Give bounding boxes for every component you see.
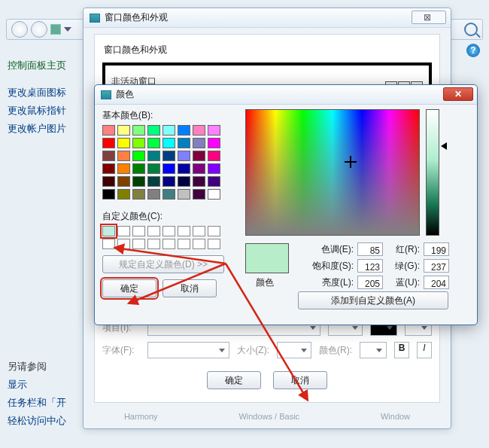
basic-color-swatch[interactable] <box>193 138 205 148</box>
dialog1-cancel-button[interactable]: 取消 <box>273 371 327 389</box>
basic-color-swatch[interactable] <box>117 163 130 174</box>
basic-color-swatch[interactable] <box>178 151 190 161</box>
add-to-custom-button[interactable]: 添加到自定义颜色(A) <box>298 291 448 309</box>
basic-color-swatch[interactable] <box>178 176 190 187</box>
hue-input[interactable]: 85 <box>357 242 383 256</box>
dialog2-titlebar[interactable]: 颜色 <box>95 85 477 105</box>
basic-color-swatch[interactable] <box>147 138 160 148</box>
basic-color-swatch[interactable] <box>147 189 160 200</box>
custom-color-swatch[interactable] <box>102 226 115 236</box>
sidebar-link[interactable]: 更改桌面图标 <box>8 84 83 102</box>
custom-color-swatch[interactable] <box>208 226 220 236</box>
basic-color-swatch[interactable] <box>162 176 175 187</box>
sat-input[interactable]: 123 <box>357 259 383 273</box>
luminance-pointer-icon[interactable] <box>441 142 447 150</box>
define-custom-color-button[interactable]: 规定自定义颜色(D) >> <box>102 255 224 273</box>
red-input[interactable]: 199 <box>424 242 449 256</box>
back-icon[interactable] <box>11 21 28 38</box>
basic-color-swatch[interactable] <box>102 138 115 148</box>
basic-color-swatch[interactable] <box>208 151 220 161</box>
basic-color-swatch[interactable] <box>193 189 205 200</box>
search-icon[interactable] <box>464 23 478 36</box>
basic-color-swatch[interactable] <box>208 176 220 187</box>
custom-colors-grid[interactable] <box>102 226 238 249</box>
basic-color-swatch[interactable] <box>193 151 205 161</box>
custom-color-swatch[interactable] <box>193 239 205 249</box>
theme-name[interactable]: Window <box>381 412 410 421</box>
basic-color-swatch[interactable] <box>147 163 160 174</box>
cp-home-link[interactable]: 控制面板主页 <box>8 56 83 75</box>
font-dropdown[interactable] <box>147 342 229 358</box>
sidebar-link[interactable]: 显示 <box>8 376 83 394</box>
custom-color-swatch[interactable] <box>102 239 115 249</box>
basic-color-swatch[interactable] <box>117 189 130 200</box>
custom-color-swatch[interactable] <box>193 226 205 236</box>
custom-color-swatch[interactable] <box>178 239 190 249</box>
sidebar-link[interactable]: 更改鼠标指针 <box>8 102 83 120</box>
basic-color-swatch[interactable] <box>162 138 175 148</box>
basic-color-swatch[interactable] <box>208 189 220 200</box>
basic-color-swatch[interactable] <box>178 125 190 136</box>
font-color-dropdown[interactable] <box>360 342 387 358</box>
basic-color-swatch[interactable] <box>208 138 220 148</box>
basic-color-swatch[interactable] <box>162 125 175 136</box>
custom-color-swatch[interactable] <box>162 226 175 236</box>
custom-color-swatch[interactable] <box>178 226 190 236</box>
basic-color-swatch[interactable] <box>193 163 205 174</box>
window-control-box[interactable]: ⊠ <box>412 11 446 24</box>
custom-color-swatch[interactable] <box>162 239 175 249</box>
basic-color-swatch[interactable] <box>193 125 205 136</box>
custom-color-swatch[interactable] <box>117 239 130 249</box>
basic-color-swatch[interactable] <box>102 125 115 136</box>
basic-color-swatch[interactable] <box>162 189 175 200</box>
custom-color-swatch[interactable] <box>132 226 145 236</box>
basic-color-swatch[interactable] <box>132 163 145 174</box>
basic-color-swatch[interactable] <box>132 151 145 161</box>
basic-color-swatch[interactable] <box>117 125 130 136</box>
basic-color-swatch[interactable] <box>102 151 115 161</box>
color-cancel-button[interactable]: 取消 <box>162 279 217 297</box>
basic-color-swatch[interactable] <box>132 176 145 187</box>
basic-color-swatch[interactable] <box>162 163 175 174</box>
basic-color-swatch[interactable] <box>208 163 220 174</box>
basic-color-swatch[interactable] <box>102 189 115 200</box>
custom-color-swatch[interactable] <box>147 226 160 236</box>
custom-color-swatch[interactable] <box>208 239 220 249</box>
theme-name[interactable]: Harmony <box>124 412 158 421</box>
basic-color-swatch[interactable] <box>147 125 160 136</box>
basic-color-swatch[interactable] <box>208 125 220 136</box>
italic-button[interactable]: I <box>417 342 432 358</box>
chevron-down-icon[interactable] <box>64 27 71 32</box>
close-button[interactable]: ✕ <box>443 87 473 101</box>
basic-color-swatch[interactable] <box>117 138 130 148</box>
basic-color-swatch[interactable] <box>117 151 130 161</box>
sidebar-link[interactable]: 更改帐户图片 <box>8 120 83 138</box>
basic-color-swatch[interactable] <box>102 163 115 174</box>
basic-color-swatch[interactable] <box>132 189 145 200</box>
basic-color-swatch[interactable] <box>162 151 175 161</box>
custom-color-swatch[interactable] <box>117 226 130 236</box>
basic-color-swatch[interactable] <box>132 138 145 148</box>
sidebar-link[interactable]: 任务栏和「开 <box>8 394 83 412</box>
basic-colors-grid[interactable] <box>102 125 238 200</box>
blue-input[interactable]: 204 <box>424 276 449 289</box>
sidebar-link[interactable]: 轻松访问中心 <box>8 412 83 430</box>
dialog1-ok-button[interactable]: 确定 <box>207 371 261 389</box>
custom-color-swatch[interactable] <box>147 239 160 249</box>
color-gradient-field[interactable] <box>245 109 420 236</box>
color-ok-button[interactable]: 确定 <box>102 279 156 297</box>
theme-name[interactable]: Windows / Basic <box>238 412 299 421</box>
custom-color-swatch[interactable] <box>132 239 145 249</box>
basic-color-swatch[interactable] <box>147 176 160 187</box>
forward-icon[interactable] <box>31 21 47 38</box>
basic-color-swatch[interactable] <box>117 176 130 187</box>
basic-color-swatch[interactable] <box>102 176 115 187</box>
basic-color-swatch[interactable] <box>178 189 190 200</box>
basic-color-swatch[interactable] <box>178 163 190 174</box>
dialog1-titlebar[interactable]: 窗口颜色和外观 <box>84 8 451 28</box>
help-icon[interactable]: ? <box>466 44 480 57</box>
basic-color-swatch[interactable] <box>178 138 190 148</box>
basic-color-swatch[interactable] <box>132 125 145 136</box>
bold-button[interactable]: B <box>394 342 409 358</box>
luminance-bar[interactable] <box>426 109 439 236</box>
